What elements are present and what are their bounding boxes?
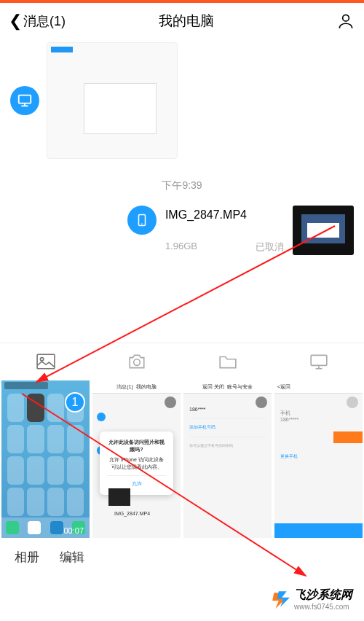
video-duration: 00:07: [63, 526, 84, 535]
tool-tabs: [0, 343, 364, 379]
screenshot-bubble[interactable]: [47, 42, 178, 159]
file-info: IMG_2847.MP4 1.96GB 已取消: [165, 206, 284, 254]
edit-button[interactable]: 编辑: [60, 549, 84, 566]
bottom-bar: 相册 编辑: [0, 539, 364, 574]
timestamp: 下午9:39: [10, 179, 354, 192]
phone-avatar[interactable]: [127, 206, 157, 235]
video-thumbnail: [293, 206, 354, 255]
picker-thumb-3[interactable]: 返回 关闭 账号与安全 186**** 添加手机号码 你可以通过手机号找回密码: [183, 380, 272, 538]
pc-avatar[interactable]: [10, 86, 39, 115]
monitor-icon: [309, 354, 328, 370]
svg-rect-1: [19, 95, 31, 104]
file-status: 已取消: [256, 241, 284, 254]
watermark-url: www.fs0745.com: [294, 603, 352, 611]
file-size: 1.96GB: [165, 241, 197, 254]
svg-rect-6: [37, 354, 55, 369]
svg-rect-9: [311, 355, 327, 365]
photo-picker-row: 1 00:07 消息(1) 我的电脑 允许此设备访问照片和视频吗? 允许 iPh…: [0, 379, 364, 539]
svg-point-7: [40, 357, 43, 360]
album-button[interactable]: 相册: [15, 549, 39, 566]
page-title: 我的电脑: [36, 12, 336, 31]
tab-monitor[interactable]: [273, 354, 364, 370]
watermark-logo-icon: [271, 590, 290, 609]
watermark-name: 飞沙系统网: [294, 588, 352, 601]
file-message[interactable]: IMG_2847.MP4 1.96GB 已取消: [165, 206, 354, 255]
chat-area: 下午9:39 IMG_2847.MP4 1.96GB 已取消: [0, 42, 364, 343]
picker-thumb-4[interactable]: <返回 手机186***** 更换手机: [274, 380, 363, 538]
file-name: IMG_2847.MP4: [165, 208, 284, 222]
message-from-pc: [10, 42, 354, 159]
tab-camera[interactable]: [91, 354, 182, 370]
profile-icon[interactable]: [336, 12, 355, 31]
camera-icon: [127, 354, 146, 370]
tab-folder[interactable]: [182, 354, 273, 370]
monitor-icon: [17, 93, 33, 109]
phone-icon: [135, 212, 149, 228]
header: ❮ 消息(1) 我的电脑: [0, 3, 364, 39]
chevron-left-icon: ❮: [9, 12, 22, 31]
tab-photo[interactable]: [0, 354, 91, 370]
folder-icon: [218, 354, 237, 370]
thumb-window: [84, 83, 157, 134]
picker-thumb-1[interactable]: 1 00:07: [1, 380, 90, 538]
permission-dialog: 允许此设备访问照片和视频吗? 允许 iPhone 访问此设备可以让您观看此内容。…: [100, 431, 173, 495]
thumb-accent: [51, 47, 73, 52]
selection-badge: 1: [65, 392, 85, 413]
watermark: 飞沙系统网 www.fs0745.com: [266, 585, 357, 614]
photo-icon: [36, 354, 55, 370]
picker-thumb-2[interactable]: 消息(1) 我的电脑 允许此设备访问照片和视频吗? 允许 iPhone 访问此设…: [92, 380, 181, 538]
svg-point-8: [133, 359, 140, 365]
message-from-phone: IMG_2847.MP4 1.96GB 已取消: [10, 206, 354, 255]
svg-point-0: [343, 15, 349, 21]
